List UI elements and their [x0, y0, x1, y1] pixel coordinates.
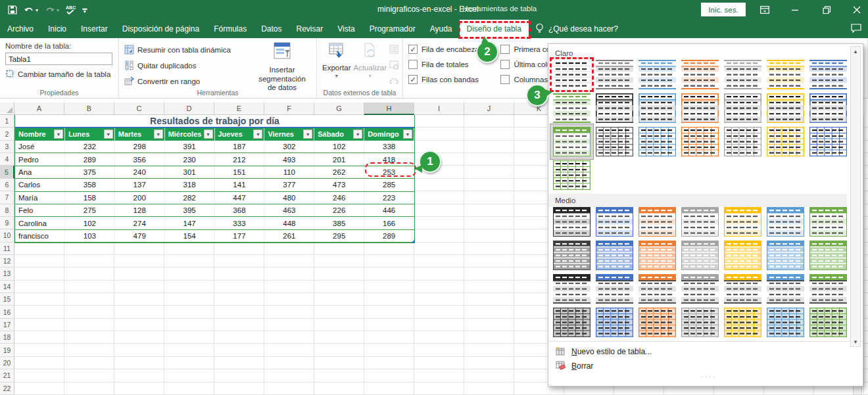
- sign-in-button[interactable]: Inic. ses.: [701, 3, 746, 16]
- table-style-thumbnail[interactable]: [553, 160, 591, 190]
- table-cell[interactable]: 200: [115, 192, 165, 204]
- table-cell[interactable]: 298: [115, 141, 165, 152]
- table-cell[interactable]: 375: [65, 166, 115, 178]
- table-cell[interactable]: 301: [165, 166, 215, 178]
- table-style-thumbnail[interactable]: [809, 93, 847, 123]
- table-cell[interactable]: 102: [65, 217, 115, 229]
- row-header-10[interactable]: 10: [0, 229, 14, 242]
- row-header-19[interactable]: 19: [0, 344, 14, 356]
- row-header-15[interactable]: 15: [0, 293, 14, 306]
- table-style-thumbnail[interactable]: [639, 274, 676, 304]
- column-header-I[interactable]: I: [414, 103, 464, 115]
- table-cell[interactable]: 128: [115, 204, 165, 216]
- column-header-A[interactable]: A: [14, 103, 64, 115]
- table-style-thumbnail[interactable]: [724, 274, 761, 304]
- filter-dropdown-icon[interactable]: ▼: [204, 129, 213, 139]
- redo-icon[interactable]: ▾: [45, 6, 59, 14]
- table-style-thumbnail[interactable]: [809, 308, 847, 337]
- table-cell[interactable]: 275: [65, 204, 115, 216]
- table-cell[interactable]: 151: [215, 166, 265, 178]
- table-cell[interactable]: 289: [364, 230, 414, 242]
- column-header-G[interactable]: G: [314, 103, 364, 115]
- undo-icon[interactable]: ▾: [24, 6, 38, 14]
- customize-qat-icon[interactable]: ▬▾: [82, 6, 87, 14]
- table-cell[interactable]: 302: [264, 141, 314, 152]
- unlink-icon[interactable]: [389, 76, 398, 88]
- row-header-9[interactable]: 9: [0, 217, 14, 229]
- row-header-2[interactable]: 2: [0, 128, 14, 140]
- table-cell[interactable]: 158: [65, 192, 115, 204]
- table-cell[interactable]: 110: [264, 166, 314, 178]
- table-style-thumbnail[interactable]: [681, 274, 719, 304]
- table-cell[interactable]: 137: [115, 179, 165, 191]
- tab-disposici-n-de-p-gina[interactable]: Disposición de página: [115, 20, 206, 38]
- insert-slicer-button[interactable]: Insertar segmentación de datos: [252, 42, 312, 93]
- scroll-up-icon[interactable]: ▲: [851, 47, 860, 56]
- row-header-3[interactable]: 3: [0, 141, 14, 153]
- table-resize-handle[interactable]: [411, 239, 415, 243]
- table-cell[interactable]: 253: [364, 166, 414, 178]
- column-header-F[interactable]: F: [264, 103, 314, 115]
- table-style-thumbnail[interactable]: [596, 93, 633, 123]
- table-cell[interactable]: 318: [165, 179, 215, 191]
- row-header-17[interactable]: 17: [0, 319, 14, 331]
- table-cell[interactable]: 418: [364, 153, 414, 165]
- table-cell[interactable]: 473: [314, 179, 364, 191]
- row-header-11[interactable]: 11: [0, 243, 14, 255]
- clear-style-item[interactable]: Borrar: [555, 359, 863, 373]
- table-cell[interactable]: 246: [314, 192, 364, 204]
- table-cell[interactable]: Carolina: [15, 217, 65, 229]
- filter-dropdown-icon[interactable]: ▼: [253, 129, 262, 139]
- table-style-thumbnail[interactable]: [553, 93, 591, 123]
- table-header-sábado[interactable]: Sábado▼: [314, 128, 364, 141]
- table-style-thumbnail[interactable]: [681, 308, 719, 337]
- table-style-thumbnail[interactable]: [681, 241, 719, 270]
- table-cell[interactable]: José: [15, 141, 65, 152]
- table-cell[interactable]: 391: [165, 141, 215, 152]
- data-range-properties-icon[interactable]: [389, 45, 398, 57]
- undo-dropdown-icon[interactable]: ▾: [36, 7, 38, 13]
- table-cell[interactable]: 261: [264, 230, 314, 242]
- table-header-domingo[interactable]: Domingo▼: [364, 128, 414, 141]
- table-cell[interactable]: 154: [165, 230, 215, 242]
- table-cell[interactable]: 226: [314, 204, 364, 216]
- table-style-thumbnail[interactable]: [681, 207, 719, 237]
- export-button[interactable]: Exportar ▾: [322, 42, 350, 87]
- table-cell[interactable]: 338: [364, 141, 414, 152]
- table-cell[interactable]: 177: [215, 230, 265, 242]
- table-style-thumbnail[interactable]: [553, 274, 591, 304]
- filter-dropdown-icon[interactable]: ▼: [353, 129, 362, 139]
- table-style-thumbnail[interactable]: [809, 241, 847, 270]
- minimize-button[interactable]: [784, 0, 806, 20]
- column-header-B[interactable]: B: [64, 103, 114, 115]
- select-all-corner[interactable]: [0, 103, 14, 115]
- table-cell[interactable]: francisco: [15, 230, 65, 242]
- table-cell[interactable]: 262: [314, 166, 364, 178]
- tab-revisar[interactable]: Revisar: [289, 20, 331, 38]
- table-cell[interactable]: 187: [215, 141, 265, 152]
- tab-archivo[interactable]: Archivo: [0, 20, 41, 38]
- table-cell[interactable]: Ana: [15, 166, 65, 178]
- row-header-5[interactable]: 5: [0, 166, 14, 178]
- filter-dropdown-icon[interactable]: ▼: [303, 129, 312, 139]
- table-style-thumbnail[interactable]: [809, 60, 847, 89]
- checkbox-fila-de-totales[interactable]: Fila de totales: [408, 60, 487, 69]
- redo-dropdown-icon[interactable]: ▾: [57, 7, 59, 13]
- table-style-thumbnail[interactable]: [767, 274, 804, 304]
- table-style-thumbnail[interactable]: [724, 127, 761, 156]
- tab-f-rmulas[interactable]: Fórmulas: [206, 20, 254, 38]
- close-button[interactable]: [846, 0, 868, 20]
- table-cell[interactable]: 285: [364, 179, 414, 191]
- tab-inicio[interactable]: Inicio: [41, 20, 74, 38]
- column-header-D[interactable]: D: [164, 103, 214, 115]
- row-header-4[interactable]: 4: [0, 153, 14, 166]
- table-style-thumbnail[interactable]: [681, 93, 719, 123]
- filter-dropdown-icon[interactable]: ▼: [154, 129, 163, 139]
- row-header-12[interactable]: 12: [0, 255, 14, 267]
- table-style-thumbnail[interactable]: [596, 274, 633, 304]
- column-header-C[interactable]: C: [114, 103, 164, 115]
- column-header-E[interactable]: E: [214, 103, 264, 115]
- table-header-nombre[interactable]: Nombre▼: [15, 128, 65, 141]
- open-in-browser-icon[interactable]: [389, 60, 398, 72]
- table-cell[interactable]: 358: [65, 179, 115, 191]
